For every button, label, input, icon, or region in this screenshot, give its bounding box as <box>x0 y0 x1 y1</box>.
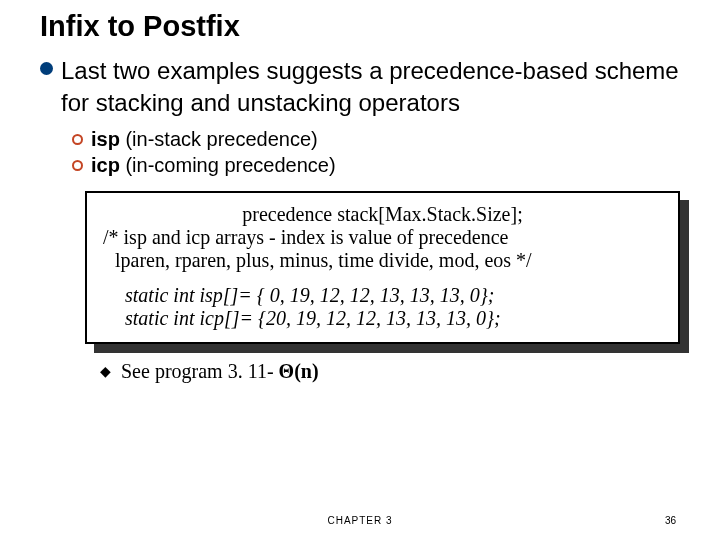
code-line-3: lparen, rparen, plus, minus, time divide… <box>103 249 662 272</box>
sub2-rest: (in-coming precedence) <box>120 154 336 176</box>
diamond-icon: ◆ <box>100 363 111 379</box>
bullet-main: Last two examples suggests a precedence-… <box>40 55 680 120</box>
see-bullet: ◆ See program 3. 11- Θ(n) <box>100 360 680 383</box>
sub1-text: isp (in-stack precedence) <box>91 128 318 151</box>
sub1-rest: (in-stack precedence) <box>120 128 318 150</box>
main-text: Last two examples suggests a precedence-… <box>61 55 680 120</box>
code-box: precedence stack[Max.Stack.Size]; /* isp… <box>85 191 680 344</box>
code-line-5: static int icp[]= {20, 19, 12, 12, 13, 1… <box>103 307 662 330</box>
sub1-bold: isp <box>91 128 120 150</box>
circle-icon <box>72 134 83 145</box>
sub-bullet-1: isp (in-stack precedence) <box>72 128 680 151</box>
see-text: See program 3. 11- Θ(n) <box>121 360 319 383</box>
sub-bullet-2: icp (in-coming precedence) <box>72 154 680 177</box>
footer-center: CHAPTER 3 <box>0 515 720 526</box>
sub2-text: icp (in-coming precedence) <box>91 154 336 177</box>
code-line-4: static int isp[]= { 0, 19, 12, 12, 13, 1… <box>103 284 662 307</box>
code-line-2: /* isp and icp arrays - index is value o… <box>103 226 662 249</box>
theta: Θ <box>279 360 295 382</box>
title: Infix to Postfix <box>40 10 680 43</box>
see-3: (n) <box>294 360 318 382</box>
code-line-1: precedence stack[Max.Stack.Size]; <box>103 203 662 226</box>
footer-right: 36 <box>665 515 676 526</box>
sub2-bold: icp <box>91 154 120 176</box>
see-1: See program 3. 11- <box>121 360 279 382</box>
bullet-icon <box>40 62 53 75</box>
circle-icon <box>72 160 83 171</box>
